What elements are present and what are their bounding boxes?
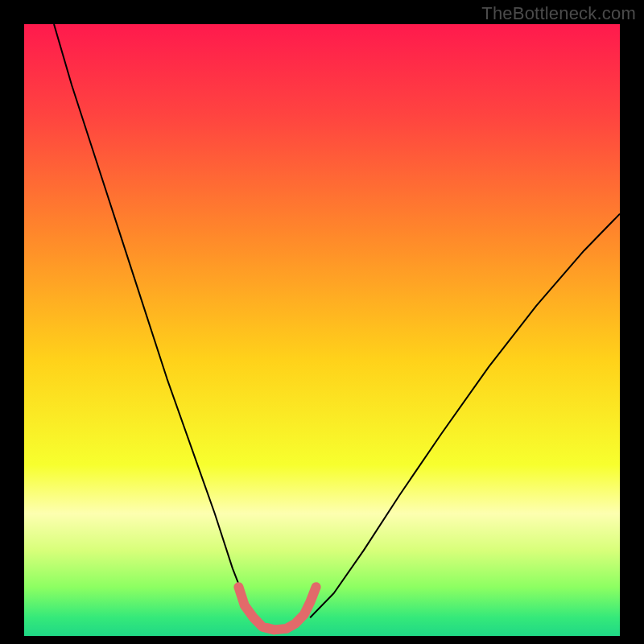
chart-container: TheBottleneck.com [0, 0, 644, 644]
plot-background [24, 24, 620, 636]
chart-plot [24, 24, 620, 636]
watermark-text: TheBottleneck.com [481, 3, 636, 24]
